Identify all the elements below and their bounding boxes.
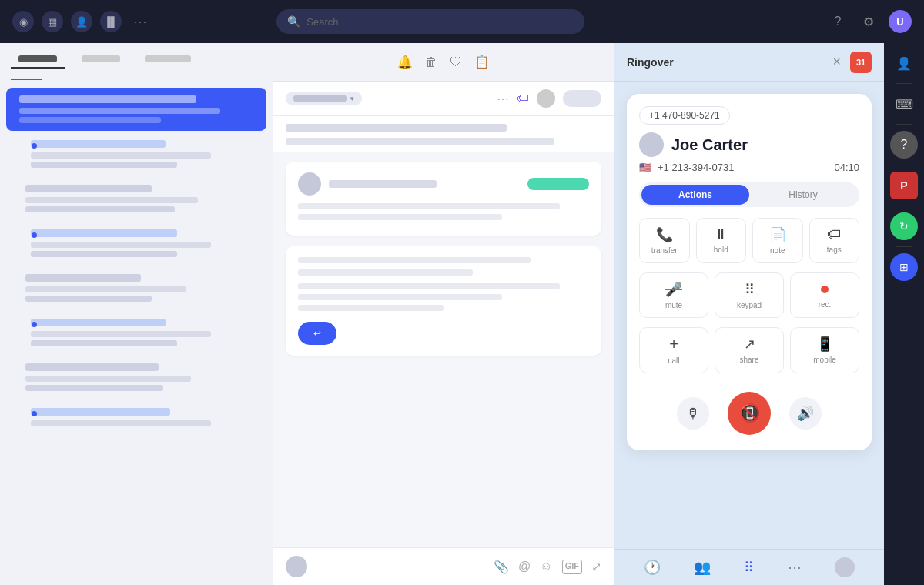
- note-button[interactable]: 📄 note: [752, 218, 803, 263]
- hangup-icon: 📵: [739, 403, 760, 423]
- share-button[interactable]: ↗ share: [715, 327, 784, 373]
- delete-icon[interactable]: 🗑: [425, 55, 437, 69]
- caller-name: Joe Carter: [671, 136, 748, 154]
- left-tab-1[interactable]: [11, 51, 65, 69]
- conv-item-5[interactable]: [12, 266, 266, 309]
- ringover-bottom-tabs: 🕐 👥 ⠿ ⋯: [614, 549, 884, 585]
- help-icon[interactable]: ?: [827, 11, 849, 32]
- message-composer: 📎 @ ☺ GIF ⤢: [273, 547, 614, 585]
- msg-line: [298, 214, 502, 220]
- left-tab-2[interactable]: [74, 51, 128, 69]
- middle-panel: 🔔 🗑 🛡 📋 ▾ ⋯ 🏷: [273, 43, 614, 585]
- keypad-button[interactable]: ⠿ keypad: [715, 272, 784, 318]
- search-placeholder: Search: [306, 16, 338, 28]
- conv-item-2[interactable]: [6, 132, 266, 176]
- calendar-icon[interactable]: 31: [850, 52, 872, 73]
- record-label: rec.: [819, 300, 832, 309]
- recent-tab[interactable]: 🕐: [644, 559, 661, 576]
- more-tab[interactable]: ⋯: [788, 559, 802, 576]
- status-dropdown[interactable]: ▾: [286, 92, 362, 105]
- gif-icon[interactable]: GIF: [562, 560, 582, 574]
- transfer-icon: 📞: [656, 226, 673, 243]
- transfer-button[interactable]: 📞 transfer: [639, 218, 690, 263]
- keyboard-icon[interactable]: ⌨: [890, 90, 918, 118]
- search-icon: 🔍: [287, 15, 300, 28]
- more-options-icon[interactable]: ⋯: [497, 92, 509, 106]
- call-timer: 04:10: [834, 162, 859, 173]
- mobile-button[interactable]: 📱 mobile: [790, 327, 859, 373]
- sync-icon[interactable]: ↻: [890, 212, 918, 240]
- keypad-icon: ⠿: [745, 281, 755, 298]
- mute-button[interactable]: 🎤 mute: [639, 272, 708, 318]
- sender-name-1: [329, 180, 437, 188]
- app-icon-3[interactable]: 👤: [71, 11, 92, 32]
- share-label: share: [739, 356, 758, 364]
- conv-item-7[interactable]: [12, 356, 266, 399]
- settings-icon[interactable]: ⚙: [858, 11, 879, 32]
- tags-button[interactable]: 🏷 tags: [809, 218, 860, 263]
- emoji-icon[interactable]: ☺: [540, 560, 552, 574]
- message-status-pill: [527, 178, 589, 190]
- flag-icon: 🇺🇸: [639, 162, 651, 173]
- conv-item-8[interactable]: [6, 400, 266, 437]
- app-icon-more[interactable]: ⋯: [129, 11, 151, 32]
- app-icon-2[interactable]: ▦: [42, 11, 63, 32]
- tags-label: tags: [827, 246, 842, 254]
- add-call-button[interactable]: + call: [639, 327, 708, 373]
- call-controls: 🎙 📵 🔊: [639, 383, 859, 438]
- expand-icon[interactable]: ⤢: [591, 560, 601, 574]
- alarm-icon[interactable]: 🔔: [397, 55, 413, 69]
- user-tab[interactable]: [835, 557, 855, 577]
- shield-icon[interactable]: 🛡: [450, 55, 462, 69]
- hold-label: hold: [714, 246, 728, 254]
- left-tab-3[interactable]: [137, 51, 199, 69]
- conv-item-active[interactable]: [6, 88, 266, 131]
- message-block-2: ↩: [286, 246, 601, 356]
- app-icon-1[interactable]: ◉: [12, 11, 34, 32]
- conv-item-4[interactable]: [6, 222, 266, 265]
- help-sidebar-icon[interactable]: ?: [890, 131, 918, 159]
- tags-icon: 🏷: [827, 226, 841, 242]
- conversation-list: [0, 80, 273, 585]
- hold-button[interactable]: ⏸ hold: [696, 218, 747, 263]
- attachment-icon[interactable]: 📎: [494, 560, 509, 574]
- more-icon: ⋯: [788, 559, 802, 576]
- conv-item-6[interactable]: [6, 311, 266, 354]
- msg-line: [298, 257, 531, 263]
- reply-button[interactable]: ↩: [298, 322, 336, 345]
- contacts-tab[interactable]: 👥: [694, 559, 711, 576]
- user-avatar[interactable]: U: [889, 10, 912, 33]
- mention-icon[interactable]: @: [518, 560, 531, 574]
- thread-header: [273, 116, 614, 152]
- keypad-tab[interactable]: ⠿: [744, 559, 754, 576]
- note-icon: 📄: [769, 226, 786, 243]
- tab-history[interactable]: History: [749, 185, 857, 205]
- caller-phone: +1 213-394-0731: [658, 162, 734, 173]
- ringover-title: Ringover: [627, 56, 832, 69]
- end-call-button[interactable]: 📵: [728, 392, 771, 435]
- user-tab-avatar: [835, 557, 855, 577]
- main-layout: 🔔 🗑 🛡 📋 ▾ ⋯ 🏷: [0, 43, 924, 585]
- composer-avatar: [286, 556, 307, 577]
- conv-item-3[interactable]: [12, 177, 266, 220]
- record-button[interactable]: rec.: [790, 272, 859, 318]
- tab-actions[interactable]: Actions: [641, 185, 749, 205]
- microphone-button[interactable]: 🎙: [677, 397, 709, 430]
- msg-line: [298, 294, 502, 300]
- left-panel: [0, 43, 273, 585]
- contact-icon[interactable]: 👤: [890, 49, 918, 77]
- mute-label: mute: [665, 301, 682, 309]
- speaker-button[interactable]: 🔊: [789, 397, 822, 430]
- toggle-switch[interactable]: [563, 90, 601, 107]
- search-bar[interactable]: 🔍 Search: [276, 9, 584, 34]
- left-tabs: [0, 43, 273, 69]
- close-button[interactable]: ×: [832, 54, 841, 70]
- action-grid-3: + call ↗ share 📱 mobile: [639, 327, 859, 373]
- composer-icons: 📎 @ ☺ GIF ⤢: [494, 560, 601, 574]
- apps-icon[interactable]: ⊞: [890, 253, 918, 281]
- pipedrive-icon[interactable]: P: [890, 172, 918, 199]
- clipboard-icon[interactable]: 📋: [474, 55, 490, 69]
- tag-icon[interactable]: 🏷: [517, 92, 529, 105]
- note-label: note: [770, 246, 785, 255]
- app-icon-4[interactable]: ▐▌: [100, 11, 122, 32]
